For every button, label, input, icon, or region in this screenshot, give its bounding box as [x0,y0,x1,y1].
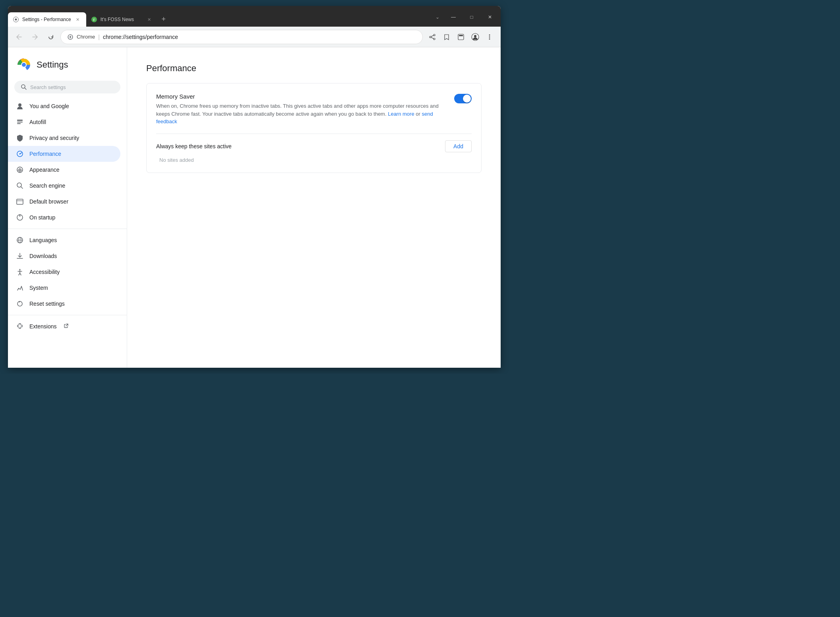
extensions-label: Extensions [29,323,56,330]
address-bar[interactable]: Chrome | chrome://settings/performance [60,30,423,44]
tab-close-foss[interactable]: ✕ [146,16,153,23]
title-bar: Settings - Performance ✕ F It's FOSS New… [8,6,501,27]
minimize-button[interactable]: — [444,11,463,23]
sidebar-item-downloads[interactable]: Downloads [8,248,120,264]
add-button[interactable]: Add [445,140,472,152]
address-separator: | [98,34,100,40]
external-link-icon [64,323,69,330]
svg-point-5 [70,36,71,38]
tab-title-settings: Settings - Performance [22,17,71,22]
svg-point-32 [19,153,21,155]
svg-line-14 [431,37,434,39]
reset-label: Reset settings [29,301,65,307]
address-url: chrome://settings/performance [103,34,178,40]
reset-icon [16,300,24,308]
sidebar-item-on-startup[interactable]: On startup [8,210,120,225]
title-bar-dropdown[interactable]: ⌄ [432,13,443,21]
puzzle-icon [16,322,24,330]
back-button[interactable] [13,31,25,43]
refresh-icon [47,33,54,41]
close-button[interactable]: ✕ [481,11,499,23]
sidebar-item-privacy[interactable]: Privacy and security [8,130,120,146]
download-icon [16,252,24,260]
memory-saver-toggle[interactable] [454,94,472,103]
bookmark-button[interactable] [440,31,453,43]
svg-point-1 [15,19,17,20]
sidebar-item-reset[interactable]: Reset settings [8,296,120,312]
learn-more-link[interactable]: Learn more [388,111,414,117]
search-placeholder: Search settings [30,84,66,90]
sidebar-item-performance[interactable]: Performance [8,146,120,162]
share-icon [429,33,436,41]
search-icon [21,84,27,90]
default-browser-label: Default browser [29,198,68,205]
svg-line-48 [19,273,20,275]
forward-icon [31,33,39,41]
sidebar-item-accessibility[interactable]: Accessibility [8,264,120,280]
sidebar-item-you-and-google[interactable]: You and Google [8,98,120,114]
foss-tab-icon: F [91,16,97,23]
profile-icon [471,33,479,41]
profile-button[interactable] [469,31,482,43]
startup-icon [16,213,24,221]
bookmark-icon [443,33,450,41]
always-active-label: Always keep these sites active [156,143,232,149]
you-and-google-label: You and Google [29,103,69,109]
svg-point-18 [474,35,476,37]
svg-point-21 [489,38,490,39]
languages-label: Languages [29,237,57,243]
refresh-button[interactable] [45,31,57,43]
sidebar-item-appearance[interactable]: Appearance [8,162,120,178]
toolbar-right [426,31,496,43]
address-site: Chrome [77,34,95,40]
card-divider [156,134,472,134]
tab-search-icon [457,33,465,41]
new-tab-button[interactable]: + [158,13,170,25]
sidebar-item-system[interactable]: System [8,280,120,296]
chrome-logo [16,57,32,73]
svg-point-10 [434,34,435,36]
settings-card: Memory Saver When on, Chrome frees up me… [146,83,482,173]
window-controls: ⌄ — □ ✕ [432,11,501,27]
search-bar[interactable]: Search settings [14,81,120,93]
system-label: System [29,285,48,291]
no-sites-text: No sites added [156,157,472,163]
downloads-label: Downloads [29,253,57,259]
autofill-label: Autofill [29,119,46,125]
sidebar-item-default-browser[interactable]: Default browser [8,194,120,210]
search-container: Search settings [8,81,127,98]
tab-foss-news[interactable]: F It's FOSS News ✕ [86,12,158,27]
sidebar: Settings Search settings [8,47,127,368]
svg-line-13 [431,35,434,37]
svg-point-19 [489,34,490,35]
svg-text:F: F [93,18,95,22]
forward-button[interactable] [29,31,41,43]
browser-icon [16,198,24,206]
appearance-label: Appearance [29,167,60,173]
globe-icon [16,236,24,244]
memory-saver-section: Memory Saver When on, Chrome frees up me… [156,93,472,163]
sidebar-item-extensions[interactable]: Extensions [8,318,120,334]
sidebar-item-autofill[interactable]: Autofill [8,114,120,130]
person-icon [16,102,24,110]
svg-point-20 [489,36,490,37]
svg-rect-36 [17,199,23,204]
svg-rect-16 [459,35,463,36]
memory-saver-text: Memory Saver When on, Chrome frees up me… [156,93,454,126]
tab-close-settings[interactable]: ✕ [74,16,81,23]
tab-search-button[interactable] [455,31,467,43]
svg-rect-28 [17,120,23,121]
memory-saver-title: Memory Saver [156,93,445,100]
sidebar-item-search-engine[interactable]: Search engine [8,178,120,194]
svg-rect-30 [17,123,21,124]
browser-content: Settings Search settings [8,47,501,368]
svg-point-11 [434,38,435,40]
tab-settings-performance[interactable]: Settings - Performance ✕ [8,12,86,27]
share-button[interactable] [426,31,439,43]
svg-point-27 [18,103,21,107]
browser-frame: Settings - Performance ✕ F It's FOSS New… [8,6,501,368]
sidebar-item-languages[interactable]: Languages [8,232,120,248]
menu-button[interactable] [483,31,496,43]
maximize-button[interactable]: □ [463,11,481,23]
accessibility-icon [16,268,24,276]
